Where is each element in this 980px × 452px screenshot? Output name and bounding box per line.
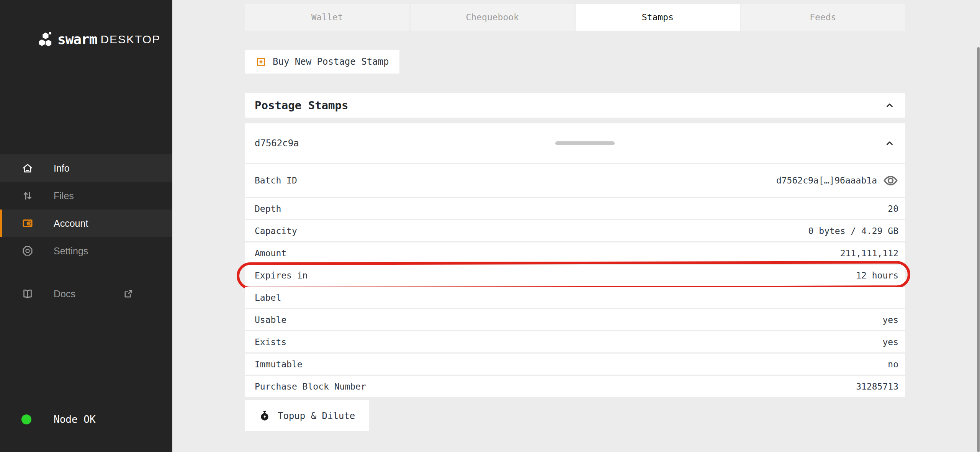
detail-label: Immutable bbox=[255, 359, 303, 369]
buy-button-label: Buy New Postage Stamp bbox=[273, 56, 389, 67]
stamp-details: Batch ID d7562c9a[…]96aaab1a Depth 20 Ca… bbox=[245, 164, 905, 397]
stamp-detail-row: Exists yes bbox=[245, 331, 905, 352]
stamp-summary-row[interactable]: d7562c9a bbox=[245, 123, 905, 163]
tab-stamps[interactable]: Stamps bbox=[576, 4, 740, 31]
stamp-id: d7562c9a bbox=[255, 138, 299, 149]
detail-value: 31285713 bbox=[856, 382, 898, 391]
tab-chequebook[interactable]: Chequebook bbox=[411, 4, 575, 31]
book-icon bbox=[22, 288, 33, 300]
sidebar-item-label: Account bbox=[54, 218, 88, 229]
detail-value: 20 bbox=[888, 204, 898, 214]
sidebar-divider bbox=[19, 269, 153, 269]
stamp-detail-row: Capacity 0 bytes / 4.29 GB bbox=[245, 220, 905, 241]
chevron-up-icon bbox=[885, 138, 895, 148]
stamp-detail-row: Amount 211,111,112 bbox=[245, 242, 905, 264]
detail-label: Exists bbox=[255, 337, 286, 347]
detail-value: no bbox=[888, 359, 898, 369]
external-link-icon bbox=[123, 288, 134, 300]
gear-icon bbox=[22, 245, 33, 257]
buy-new-postage-stamp-button[interactable]: Buy New Postage Stamp bbox=[245, 50, 399, 74]
collapse-section-button[interactable] bbox=[884, 100, 895, 111]
sidebar: swarm DESKTOP Info Files bbox=[0, 0, 172, 452]
stamp-card: d7562c9a Batch ID d7562c9a[…]96aaab1a De… bbox=[245, 123, 905, 397]
stamp-usage-bar bbox=[555, 141, 615, 145]
detail-label: Batch ID bbox=[255, 175, 297, 185]
sidebar-item-files[interactable]: Files bbox=[0, 182, 172, 210]
sidebar-item-account[interactable]: Account bbox=[0, 210, 172, 237]
collapse-stamp-button[interactable] bbox=[884, 138, 895, 149]
sidebar-item-info[interactable]: Info bbox=[0, 154, 172, 182]
detail-value: yes bbox=[882, 315, 898, 325]
postage-stamps-header: Postage Stamps bbox=[245, 93, 905, 118]
detail-label: Label bbox=[255, 293, 281, 303]
detail-value: d7562c9a[…]96aaab1a bbox=[776, 175, 877, 185]
detail-label: Depth bbox=[255, 204, 281, 214]
timer-bolt-icon bbox=[259, 410, 270, 422]
tab-bar: Wallet Chequebook Stamps Feeds bbox=[245, 4, 905, 31]
stamp-detail-row: Batch ID d7562c9a[…]96aaab1a bbox=[245, 164, 905, 197]
plus-square-icon bbox=[256, 57, 266, 67]
detail-value: 12 hours bbox=[856, 270, 898, 280]
brand-name: swarm bbox=[57, 31, 97, 47]
node-status-dot bbox=[21, 414, 31, 424]
eye-icon bbox=[883, 173, 898, 188]
detail-label: Purchase Block Number bbox=[255, 382, 366, 391]
stamp-detail-row: Label bbox=[245, 287, 905, 308]
topup-button-label: Topup & Dilute bbox=[278, 411, 355, 421]
sidebar-item-label: Info bbox=[54, 163, 70, 174]
detail-label: Amount bbox=[255, 248, 286, 258]
sidebar-item-label: Settings bbox=[54, 246, 88, 257]
detail-label: Capacity bbox=[255, 226, 297, 236]
reveal-batch-id-button[interactable] bbox=[883, 173, 898, 188]
detail-value: yes bbox=[882, 337, 898, 347]
sidebar-item-docs[interactable]: Docs bbox=[0, 280, 172, 308]
node-status-label: Node OK bbox=[54, 414, 96, 425]
section-title: Postage Stamps bbox=[255, 99, 348, 112]
sidebar-item-label: Docs bbox=[54, 288, 75, 300]
topup-dilute-button[interactable]: Topup & Dilute bbox=[245, 400, 369, 431]
annotation-oval bbox=[237, 261, 910, 290]
tab-wallet[interactable]: Wallet bbox=[245, 4, 409, 31]
main-area: Wallet Chequebook Stamps Feeds Buy New P… bbox=[172, 0, 980, 452]
sidebar-item-settings[interactable]: Settings bbox=[0, 237, 172, 265]
tab-feeds[interactable]: Feeds bbox=[741, 4, 905, 31]
detail-value: 211,111,112 bbox=[840, 248, 898, 258]
stamp-detail-row: Immutable no bbox=[245, 354, 905, 375]
wallet-icon bbox=[22, 218, 33, 229]
stamp-detail-row: Purchase Block Number 31285713 bbox=[245, 376, 905, 397]
node-status: Node OK bbox=[21, 414, 96, 425]
detail-label: Expires in bbox=[255, 270, 308, 280]
sidebar-nav: Info Files Account bbox=[0, 154, 172, 308]
sidebar-item-label: Files bbox=[54, 190, 74, 201]
app-logo: swarm DESKTOP bbox=[38, 31, 160, 47]
swap-vertical-icon bbox=[22, 190, 33, 201]
stamp-detail-row: Depth 20 bbox=[245, 198, 905, 219]
detail-label: Usable bbox=[255, 315, 286, 325]
stamp-detail-row: Expires in 12 hours bbox=[245, 265, 905, 286]
home-icon bbox=[22, 162, 33, 174]
stamp-detail-row: Usable yes bbox=[245, 309, 905, 330]
swarm-hexagons-icon bbox=[38, 32, 52, 47]
chevron-up-icon bbox=[885, 100, 895, 110]
detail-value: 0 bytes / 4.29 GB bbox=[808, 226, 898, 236]
brand-suffix: DESKTOP bbox=[100, 33, 160, 46]
scrollbar-thumb[interactable] bbox=[977, 47, 980, 452]
